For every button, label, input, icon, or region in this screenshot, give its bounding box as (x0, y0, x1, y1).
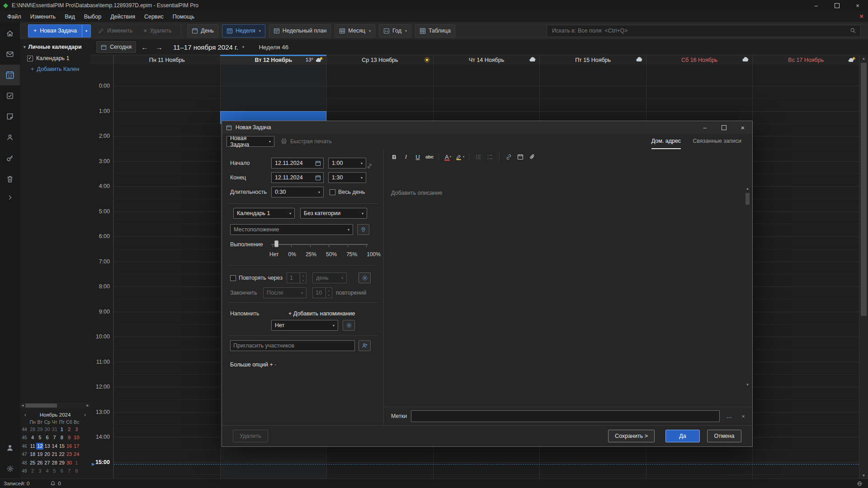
minical-day[interactable]: 27 (43, 460, 51, 466)
minical-day[interactable]: 10 (73, 434, 80, 441)
start-time-combo[interactable]: 1:00 ▾ (328, 158, 366, 169)
minical-day[interactable]: 19 (36, 451, 43, 458)
delete-button[interactable]: × Удалить (140, 27, 175, 34)
minical-day[interactable]: 22 (58, 451, 66, 458)
save-button[interactable]: Сохранить > (608, 430, 655, 442)
expand-sidebar-chevron-icon[interactable] (0, 189, 20, 206)
item-type-combo[interactable]: Новая Задача ▾ (226, 136, 274, 147)
insert-date-button[interactable] (514, 151, 526, 162)
year-dropdown-caret-icon[interactable]: ▾ (405, 29, 407, 33)
day-header[interactable]: Вс 17 Ноябрь (752, 55, 859, 65)
mail-icon[interactable] (0, 44, 20, 65)
attach-file-button[interactable] (526, 151, 538, 162)
dialog-close-button[interactable]: × (733, 121, 752, 134)
minical-day[interactable]: 29 (58, 460, 66, 466)
view-week-button[interactable]: Неделя ▾ (222, 24, 265, 38)
category-combo[interactable]: Без категории ▾ (300, 208, 367, 219)
insert-link-button[interactable] (503, 151, 514, 162)
add-participant-button[interactable] (359, 340, 371, 351)
underline-button[interactable]: U (412, 151, 424, 162)
user-avatar[interactable] (0, 437, 20, 458)
today-button[interactable]: Сегодня (96, 41, 136, 53)
strikethrough-button[interactable]: abc (424, 151, 435, 162)
start-date-input[interactable] (274, 160, 313, 167)
spin-down-icon[interactable]: ▼ (300, 278, 306, 283)
minical-day[interactable]: 25 (29, 460, 36, 466)
more-options-link[interactable]: Больше опций + · (230, 361, 276, 368)
add-reminder-link[interactable]: + Добавить напоминание (288, 310, 355, 317)
minical-day[interactable]: 6 (43, 434, 51, 441)
passwords-icon[interactable] (0, 148, 20, 169)
day-header[interactable]: Пт 15 Ноябрь (539, 55, 646, 65)
yes-button[interactable]: Да (665, 430, 700, 442)
italic-button[interactable]: I (400, 151, 412, 162)
minical-day[interactable]: 11 (29, 443, 36, 450)
minical-day[interactable]: 5 (51, 468, 58, 474)
minical-day[interactable]: 7 (66, 468, 73, 474)
scroll-up-arrow-icon[interactable]: ▲ (862, 55, 866, 62)
panel-horizontal-scrollbar[interactable]: ◄ ► (20, 403, 90, 408)
menu-edit[interactable]: Изменить (26, 11, 60, 22)
minical-day[interactable]: 16 (66, 443, 73, 450)
reminder-settings-button[interactable] (343, 320, 355, 331)
minical-day[interactable]: 4 (29, 434, 36, 441)
minical-next-month-icon[interactable]: › (82, 412, 88, 418)
calendar-list-item[interactable]: Календарь 1 (27, 55, 90, 61)
window-maximize-button[interactable] (826, 0, 847, 11)
all-day-checkbox[interactable] (330, 189, 335, 195)
view-weekplan-button[interactable]: Недельный план (269, 24, 331, 38)
notes-icon[interactable] (0, 106, 20, 127)
scrollbar-thumb[interactable] (25, 404, 57, 408)
scrollbar-thumb[interactable] (745, 193, 750, 205)
new-task-split-button[interactable]: + Новая Задача ▾ (28, 24, 91, 38)
calendar-module-icon[interactable]: 12 (0, 65, 20, 85)
window-minimize-button[interactable]: – (806, 0, 826, 11)
minical-day[interactable]: 8 (73, 468, 80, 474)
tab-related-items[interactable]: Связанные записи (693, 134, 741, 149)
view-year-button[interactable]: Год ▾ (379, 24, 411, 38)
new-task-button[interactable]: + Новая Задача (28, 25, 82, 37)
scroll-right-arrow-icon[interactable]: ► (86, 404, 90, 408)
minical-day[interactable]: 2 (66, 426, 73, 433)
repeat-unit-combo[interactable]: день ▾ (312, 272, 347, 283)
end-date-input[interactable] (274, 174, 313, 181)
window-close-button[interactable]: × (847, 0, 868, 11)
next-week-arrow[interactable]: → (153, 42, 165, 52)
finish-count-spinner[interactable]: 10 ▲▼ (312, 287, 332, 298)
start-date-field[interactable] (271, 158, 324, 169)
tab-home-address[interactable]: Дом. адрес (651, 134, 681, 149)
repeat-interval-spinner[interactable]: 1 ▲▼ (287, 272, 307, 283)
minical-day[interactable]: 24 (73, 451, 80, 458)
completion-slider[interactable] (271, 240, 368, 249)
bullet-list-button[interactable] (472, 151, 484, 162)
notifications-indicator[interactable]: 0 (50, 481, 61, 486)
menu-select[interactable]: Выбор (80, 11, 106, 22)
finish-mode-combo[interactable]: После ▾ (263, 287, 307, 298)
minical-day[interactable]: 28 (29, 426, 36, 433)
reminder-combo[interactable]: Нет ▾ (271, 320, 338, 331)
view-month-button[interactable]: Месяц ▾ (335, 24, 375, 38)
view-table-button[interactable]: Таблица (415, 24, 455, 38)
link-times-icon[interactable] (367, 163, 373, 169)
minical-day[interactable]: 7 (51, 434, 58, 441)
minical-day[interactable]: 21 (51, 451, 58, 458)
scroll-down-arrow-icon[interactable]: ▼ (746, 381, 750, 388)
minical-day[interactable]: 4 (43, 468, 51, 474)
minical-day[interactable]: 2 (29, 468, 36, 474)
prev-week-arrow[interactable]: ← (139, 42, 151, 52)
day-header[interactable]: Вт 12 Ноябрь13° (220, 55, 327, 65)
minical-day[interactable]: 18 (29, 451, 36, 458)
calendar-group-header[interactable]: ▾ Личные календари (20, 39, 90, 50)
cancel-button[interactable]: Отмена (707, 430, 741, 442)
minical-day[interactable]: 3 (36, 468, 43, 474)
minical-day[interactable]: 17 (73, 443, 80, 450)
minical-day[interactable]: 28 (51, 460, 58, 466)
minical-day[interactable]: 20 (43, 451, 51, 458)
invite-participants-input[interactable] (230, 340, 355, 351)
minical-day[interactable]: 23 (66, 451, 73, 458)
scroll-up-arrow-icon[interactable]: ▲ (746, 185, 750, 192)
menu-file[interactable]: Файл (3, 11, 26, 22)
collapse-chevron-icon[interactable]: ▾ (24, 45, 26, 49)
font-color-button[interactable]: A▾ (442, 151, 454, 162)
minical-day[interactable]: 14 (51, 443, 58, 450)
